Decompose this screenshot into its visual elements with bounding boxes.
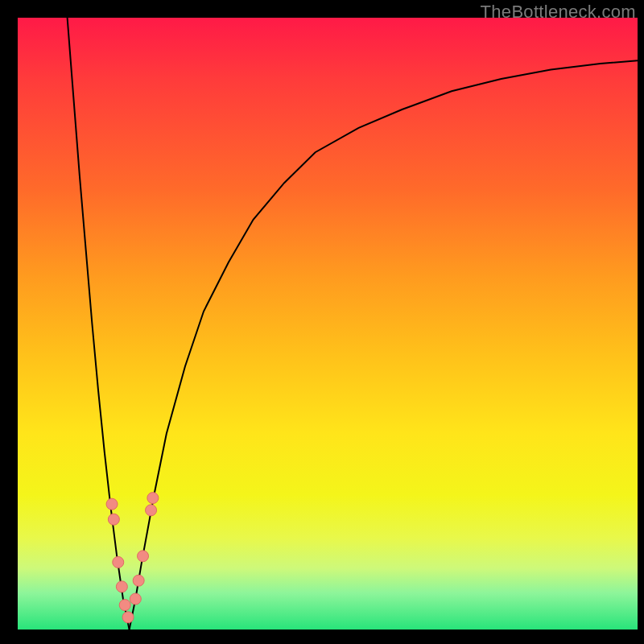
data-marker xyxy=(133,575,144,586)
data-marker xyxy=(146,505,157,516)
curve-left-branch xyxy=(68,18,130,630)
data-marker xyxy=(108,514,119,525)
curve-group xyxy=(68,18,638,630)
chart-plot-area xyxy=(18,18,638,630)
data-marker xyxy=(138,551,149,562)
chart-svg xyxy=(18,18,638,630)
data-marker xyxy=(113,556,124,568)
chart-frame: TheBottleneck.com xyxy=(0,0,644,644)
data-marker xyxy=(106,498,118,510)
data-marker xyxy=(147,493,159,504)
watermark-text: TheBottleneck.com xyxy=(481,2,636,23)
curve-right-branch xyxy=(130,60,638,630)
data-marker xyxy=(116,581,127,592)
marker-group xyxy=(106,493,159,623)
data-marker xyxy=(119,600,130,611)
data-marker xyxy=(130,593,141,605)
data-marker xyxy=(122,612,134,623)
